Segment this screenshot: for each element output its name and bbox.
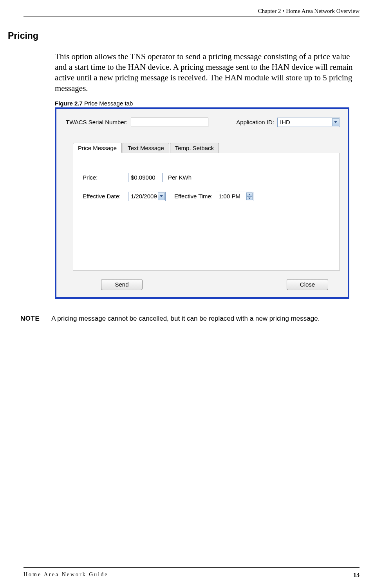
price-label: Price: bbox=[83, 174, 125, 181]
tab-temp-setback[interactable]: Temp. Setback bbox=[170, 143, 219, 153]
send-button[interactable]: Send bbox=[101, 279, 143, 290]
note-label: NOTE bbox=[20, 314, 40, 323]
tab-text-message[interactable]: Text Message bbox=[123, 143, 169, 153]
tab-price-message[interactable]: Price Message bbox=[73, 143, 122, 153]
serial-label: TWACS Serial Number: bbox=[66, 119, 128, 125]
figure-caption: Figure 2.7 Price Message tab bbox=[55, 100, 360, 107]
time-up-button[interactable] bbox=[246, 192, 253, 196]
figure-title: Price Message tab bbox=[84, 100, 133, 107]
price-input[interactable] bbox=[128, 173, 163, 182]
footer-guide-title: Home Area Nework Guide bbox=[23, 572, 108, 579]
top-rule bbox=[23, 16, 360, 16]
date-dropdown-button[interactable] bbox=[158, 192, 165, 200]
chevron-down-icon bbox=[160, 195, 163, 197]
effective-date-label: Effective Date: bbox=[83, 193, 125, 200]
page-number: 13 bbox=[353, 572, 360, 579]
page-footer: Home Area Nework Guide 13 bbox=[23, 567, 360, 579]
twacs-serial-input[interactable] bbox=[131, 118, 208, 127]
price-unit-label: Per KWh bbox=[168, 174, 192, 181]
dialog-panel: TWACS Serial Number: Application ID: Pri… bbox=[55, 107, 349, 299]
chevron-down-icon bbox=[334, 121, 337, 123]
close-button[interactable]: Close bbox=[287, 279, 328, 290]
note-text: A pricing message cannot be cancelled, b… bbox=[51, 314, 320, 323]
effective-time-label: Effective Time: bbox=[174, 193, 213, 200]
time-down-button[interactable] bbox=[246, 196, 253, 200]
application-id-dropdown-button[interactable] bbox=[332, 118, 339, 126]
tab-panel: Price: Per KWh Effective Date: Effective bbox=[73, 153, 340, 270]
section-paragraph: This option allows the TNS operator to s… bbox=[55, 51, 356, 94]
application-id-select[interactable] bbox=[277, 118, 340, 127]
figure-label: Figure 2.7 bbox=[55, 100, 83, 107]
section-title: Pricing bbox=[8, 31, 360, 41]
chapter-header: Chapter 2 • Home Area Network Overview bbox=[23, 8, 360, 16]
appid-label: Application ID: bbox=[236, 119, 274, 125]
chevron-up-icon bbox=[248, 194, 251, 195]
chevron-down-icon bbox=[248, 198, 251, 199]
